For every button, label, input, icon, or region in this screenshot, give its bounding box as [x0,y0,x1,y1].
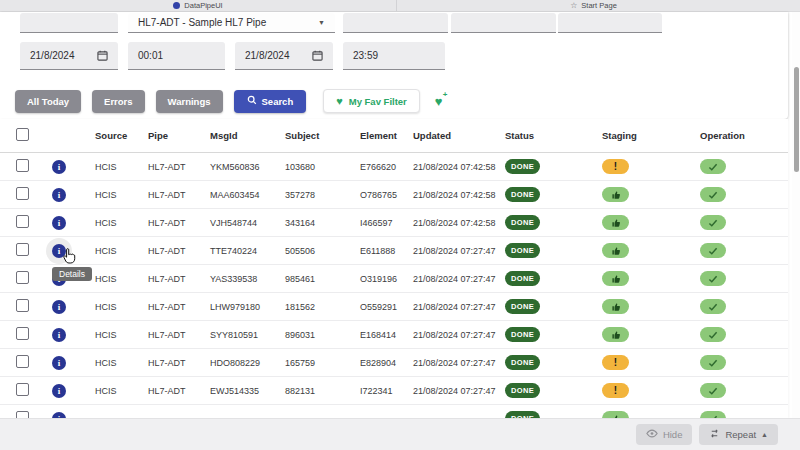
caret-up-icon: ▲ [761,431,768,438]
cell-operation [700,271,788,286]
info-icon[interactable]: i [52,356,66,370]
cell-source: HCIS [88,190,148,200]
cell-operation [700,243,788,258]
cell-staging [602,243,700,258]
pipe-select[interactable]: HL7-ADT - Sample HL7 Pipe ▼ [128,13,335,33]
operation-check-icon[interactable] [700,383,726,398]
filter-field-1[interactable] [20,13,118,33]
row-checkbox[interactable] [16,299,29,312]
operation-check-icon[interactable] [700,411,726,418]
status-badge-done: DONE [505,159,540,174]
cell-pipe: HL7-ADT [148,386,210,396]
staging-warning-icon[interactable]: ! [602,383,629,398]
operation-check-icon[interactable] [700,355,726,370]
filter-field-4[interactable] [558,13,662,33]
vertical-scrollbar[interactable] [792,12,800,418]
cell-status: DONE [505,159,602,174]
search-button[interactable]: Search [234,90,307,113]
info-icon[interactable]: i [52,188,66,202]
row-checkbox-cell [16,271,52,286]
row-info-cell: i [52,188,88,202]
operation-check-icon[interactable] [700,327,726,342]
operation-check-icon[interactable] [700,271,726,286]
cell-updated: 21/08/2024 07:27:47 [413,302,505,312]
staging-thumbs-up-icon[interactable] [602,271,629,286]
filter-field-2[interactable] [343,13,448,33]
operation-check-icon[interactable] [700,243,726,258]
cell-element: E168414 [360,330,413,340]
staging-thumbs-up-icon[interactable] [602,215,629,230]
cell-pipe: HL7-ADT [148,302,210,312]
scrollbar-thumb[interactable] [794,67,799,172]
repeat-button[interactable]: Repeat ▲ [699,424,778,445]
filter-field-3[interactable] [451,13,556,33]
quick-filter-errors[interactable]: Errors [92,90,145,113]
info-icon[interactable]: i [52,300,66,314]
staging-thumbs-up-icon[interactable] [602,327,629,342]
table-body: iHCISHL7-ADTYKM560836103680E76662021/08/… [0,153,788,418]
from-date-value: 21/8/2024 [30,50,75,61]
row-checkbox[interactable] [16,327,29,340]
calendar-icon[interactable] [312,50,323,61]
add-favorite-button[interactable]: ♥+ [435,95,443,108]
operation-check-icon[interactable] [700,215,726,230]
row-checkbox[interactable] [16,187,29,200]
staging-warning-icon[interactable]: ! [602,159,629,174]
staging-thumbs-up-icon[interactable] [602,243,629,258]
staging-thumbs-up-icon[interactable] [602,187,629,202]
table-header: SourcePipeMsgIdSubjectElementUpdatedStat… [0,119,788,153]
row-checkbox[interactable] [16,355,29,368]
quick-filter-warnings[interactable]: Warnings [156,90,223,113]
from-time-input[interactable]: 00:01 [128,42,225,70]
to-time-input[interactable]: 23:59 [343,42,445,70]
staging-warning-icon[interactable]: ! [602,355,629,370]
status-badge-done: DONE [505,271,540,286]
row-checkbox[interactable] [16,243,29,256]
operation-check-icon[interactable] [700,159,726,174]
row-checkbox[interactable] [16,411,29,418]
cell-source: HCIS [88,274,148,284]
cell-source: HCIS [88,358,148,368]
cell-subject: 882131 [285,386,360,396]
hide-button[interactable]: Hide [636,424,693,445]
row-checkbox[interactable] [16,383,29,396]
cell-staging [602,187,700,202]
quick-filter-all-today[interactable]: All Today [15,90,81,113]
cell-staging: ! [602,355,700,370]
info-icon[interactable]: i [52,384,66,398]
staging-thumbs-up-icon[interactable] [602,299,629,314]
select-all-checkbox[interactable] [16,128,29,141]
cell-element: E766620 [360,162,413,172]
info-icon[interactable]: i [52,216,66,230]
operation-check-icon[interactable] [700,299,726,314]
column-header-status: Status [505,130,602,141]
table-row: iHCISHL7-ADTTTE740224505506E61188821/08/… [0,237,788,265]
row-checkbox-cell [16,215,52,230]
operation-check-icon[interactable] [700,187,726,202]
column-header-operation: Operation [700,130,788,141]
to-date-input[interactable]: 21/8/2024 [235,42,333,70]
cell-operation [700,215,788,230]
search-icon [247,95,257,107]
tab-datapipeui[interactable]: DataPipeUI [0,0,397,11]
cell-status: DONE [505,215,602,230]
cell-msgid: TTE740224 [210,246,285,256]
calendar-icon[interactable] [97,50,108,61]
info-icon[interactable]: i [52,328,66,342]
from-date-input[interactable]: 21/8/2024 [20,42,118,70]
row-checkbox[interactable] [16,215,29,228]
row-checkbox-cell [16,355,52,370]
cell-msgid: VJH548744 [210,218,285,228]
staging-thumbs-up-icon[interactable] [602,411,629,418]
status-badge-done: DONE [505,383,540,398]
cell-subject: 896031 [285,330,360,340]
my-fav-filter-button[interactable]: ♥ My Fav Filter [323,89,420,113]
cell-updated: 21/08/2024 07:27:47 [413,358,505,368]
info-icon[interactable]: i [52,160,66,174]
row-checkbox[interactable] [16,271,29,284]
cell-element: I722341 [360,386,413,396]
row-checkbox[interactable] [16,159,29,172]
column-header-updated: Updated [413,130,505,141]
cell-status: DONE [505,383,602,398]
tab-start-page[interactable]: ☆ Start Page [397,0,790,11]
